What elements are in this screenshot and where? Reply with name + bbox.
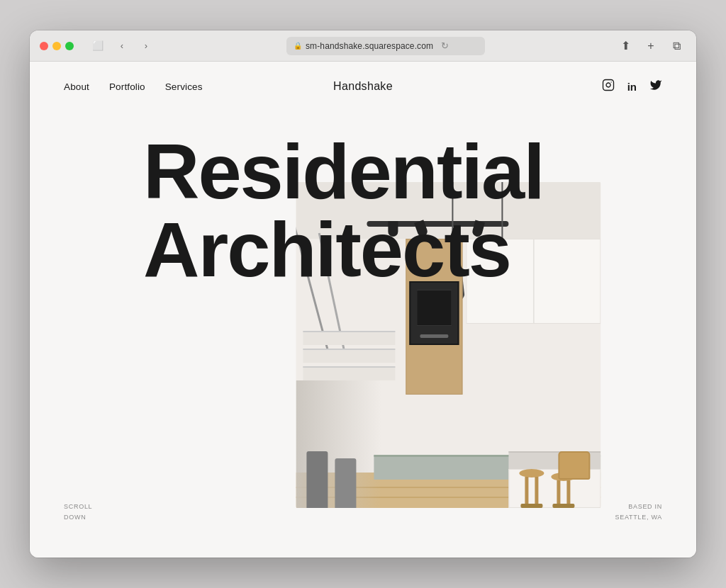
site-brand: Handshake: [333, 80, 393, 92]
nav-right: in: [602, 79, 662, 94]
new-tab-button[interactable]: +: [641, 38, 661, 54]
twitter-link[interactable]: [649, 79, 662, 94]
address-bar: 🔒 sm-handshake.squarespace.com ↻: [164, 37, 607, 55]
hero-title-line1: Residential: [143, 132, 696, 210]
traffic-lights: [40, 42, 74, 50]
instagram-link[interactable]: [602, 79, 615, 94]
location-line1: BASED IN: [615, 502, 662, 511]
nav-link-portfolio[interactable]: Portfolio: [109, 81, 145, 92]
lock-icon: 🔒: [294, 42, 302, 50]
forward-button[interactable]: ›: [136, 38, 156, 54]
close-button[interactable]: [40, 42, 48, 50]
browser-window: ⬜ ‹ › 🔒 sm-handshake.squarespace.com ↻ ⬆…: [30, 30, 696, 558]
browser-actions: ⬆ + ⧉: [615, 38, 686, 54]
windows-button[interactable]: ⧉: [666, 38, 686, 54]
site-nav: About Portfolio Services Handshake in: [30, 62, 696, 111]
reload-button[interactable]: ↻: [441, 40, 449, 51]
scroll-text-line1: SCROLL: [64, 502, 92, 511]
linkedin-link[interactable]: in: [627, 81, 637, 93]
nav-center: Handshake: [333, 80, 393, 93]
scroll-text-line2: DOWN: [64, 512, 92, 522]
minimize-button[interactable]: [52, 42, 61, 50]
url-text: sm-handshake.squarespace.com: [306, 41, 433, 51]
svg-rect-0: [603, 80, 613, 91]
website-content: About Portfolio Services Handshake in: [30, 62, 696, 558]
back-button[interactable]: ‹: [112, 38, 132, 54]
hero-text: Residential Architects: [30, 132, 696, 288]
hero-section: Residential Architects: [30, 111, 696, 288]
scroll-indicator: SCROLL DOWN: [64, 502, 92, 522]
address-pill[interactable]: 🔒 sm-handshake.squarespace.com ↻: [286, 37, 485, 55]
location-indicator: BASED IN SEATTLE, WA: [615, 502, 662, 522]
browser-titlebar: ⬜ ‹ › 🔒 sm-handshake.squarespace.com ↻ ⬆…: [30, 30, 696, 62]
nav-link-about[interactable]: About: [64, 81, 89, 92]
hero-title-line2: Architects: [143, 210, 696, 288]
sidebar-toggle-button[interactable]: ⬜: [88, 38, 108, 54]
browser-controls: ⬜ ‹ ›: [88, 38, 156, 54]
nav-link-services[interactable]: Services: [165, 81, 203, 92]
location-line2: SEATTLE, WA: [615, 512, 662, 522]
maximize-button[interactable]: [65, 42, 74, 50]
share-button[interactable]: ⬆: [615, 38, 635, 54]
